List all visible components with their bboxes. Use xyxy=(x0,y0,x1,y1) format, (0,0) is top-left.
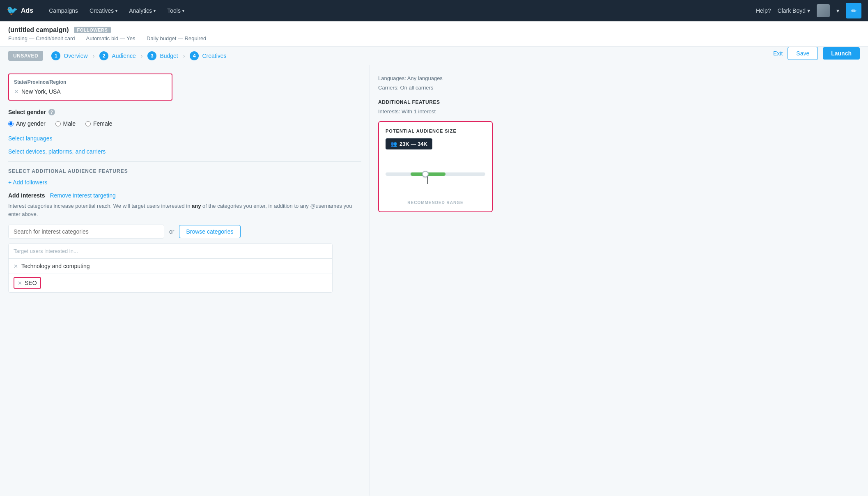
audience-slider-thumb[interactable] xyxy=(422,171,429,177)
tech-interest-label: Technology and computing xyxy=(21,263,90,269)
seo-tag: ✕ SEO xyxy=(14,277,41,289)
browse-categories-button[interactable]: Browse categories xyxy=(179,225,240,238)
campaign-badge: FOLLOWERS xyxy=(74,27,111,33)
additional-features-heading: SELECT ADDITIONAL AUDIENCE FEATURES xyxy=(8,168,361,174)
seo-remove-icon[interactable]: ✕ xyxy=(18,280,22,286)
top-nav: 🐦 Ads Campaigns Creatives ▾ Analytics ▾ … xyxy=(0,0,868,21)
analytics-chevron-icon: ▾ xyxy=(154,9,156,13)
audience-range: 23K — 34K xyxy=(400,141,427,147)
step-1-label: Overview xyxy=(64,53,87,59)
gender-radio-group: Any gender Male Female xyxy=(8,120,361,127)
audience-size-title: POTENTIAL AUDIENCE SIZE xyxy=(386,129,485,133)
step-chevron-1: › xyxy=(93,53,95,59)
list-item: ✕ SEO xyxy=(9,274,332,292)
gender-help-icon[interactable]: ? xyxy=(48,109,55,115)
select-languages-button[interactable]: Select languages xyxy=(8,135,52,142)
step-chevron-2: › xyxy=(141,53,143,59)
creatives-chevron-icon: ▾ xyxy=(115,9,117,13)
step-1-num: 1 xyxy=(51,51,60,60)
gender-section: Select gender ? Any gender Male Female xyxy=(8,109,361,127)
remove-targeting-link[interactable]: Remove interest targeting xyxy=(50,192,115,199)
interests-any-bold: any xyxy=(192,203,201,209)
or-label: or xyxy=(169,228,174,235)
step-overview[interactable]: 1 Overview xyxy=(51,51,87,60)
step-2-num: 2 xyxy=(99,51,108,60)
sidebar-interests: Interests: With 1 interest xyxy=(378,108,493,115)
save-button[interactable]: Save xyxy=(788,47,818,60)
seo-label: SEO xyxy=(25,280,37,286)
campaign-header: (untitled campaign) FOLLOWERS Funding — … xyxy=(0,21,868,47)
add-interests-row: Add interests Remove interest targeting xyxy=(8,192,361,199)
brand-logo[interactable]: 🐦 Ads xyxy=(7,5,33,16)
gender-female-radio[interactable] xyxy=(85,121,91,126)
search-interest-input[interactable] xyxy=(8,225,164,239)
help-link[interactable]: Help? xyxy=(756,7,771,14)
location-box: State/Province/Region ✕ New York, USA xyxy=(8,73,172,101)
meta-funding: Funding — Credit/debit card xyxy=(8,35,75,41)
recommended-label: RECOMMENDED RANGE xyxy=(386,200,485,205)
dropdown-chevron-icon[interactable]: ▾ xyxy=(836,7,839,14)
nav-campaigns[interactable]: Campaigns xyxy=(43,0,84,21)
user-menu[interactable]: Clark Boyd ▾ xyxy=(778,7,810,14)
people-icon: 👥 xyxy=(390,141,397,147)
steps-nav: UNSAVED 1 Overview › 2 Audience › 3 Budg… xyxy=(0,47,868,65)
sidebar-additional-title: ADDITIONAL FEATURES xyxy=(378,99,493,105)
gender-any-radio[interactable] xyxy=(8,121,14,126)
meta-bid: Automatic bid — Yes xyxy=(86,35,135,41)
campaign-meta: Funding — Credit/debit card Automatic bi… xyxy=(8,35,860,41)
location-remove-icon[interactable]: ✕ xyxy=(14,88,19,95)
step-budget[interactable]: 3 Budget xyxy=(147,51,178,60)
add-interests-label: Add interests xyxy=(8,192,45,199)
search-row: or Browse categories xyxy=(8,225,361,239)
gender-any-option[interactable]: Any gender xyxy=(8,120,46,127)
sidebar-carriers: Carriers: On all carriers xyxy=(378,83,493,92)
meta-budget: Daily budget — Required xyxy=(147,35,206,41)
step-creatives[interactable]: 4 Creatives xyxy=(190,51,226,60)
nav-items: Campaigns Creatives ▾ Analytics ▾ Tools … xyxy=(43,0,756,21)
select-devices-button[interactable]: Select devices, platforms, and carriers xyxy=(8,148,106,155)
sidebar: Languages: Any languages Carriers: On al… xyxy=(370,65,501,496)
interests-desc: Interest categories increase potential r… xyxy=(8,202,361,218)
brand-label: Ads xyxy=(21,7,33,14)
gender-any-label: Any gender xyxy=(16,120,46,127)
location-value: New York, USA xyxy=(21,88,61,95)
gender-title: Select gender ? xyxy=(8,109,361,115)
step-3-label: Budget xyxy=(160,53,178,59)
tools-chevron-icon: ▾ xyxy=(182,9,184,13)
audience-slider-container xyxy=(386,153,485,197)
nav-analytics[interactable]: Analytics ▾ xyxy=(123,0,161,21)
main-content: State/Province/Region ✕ New York, USA Se… xyxy=(0,65,370,496)
campaign-title: (untitled campaign) xyxy=(8,26,69,34)
nav-tools[interactable]: Tools ▾ xyxy=(161,0,190,21)
location-tag: ✕ New York, USA xyxy=(14,88,61,95)
step-4-num: 4 xyxy=(190,51,199,60)
gender-female-option[interactable]: Female xyxy=(85,120,113,127)
location-label: State/Province/Region xyxy=(14,79,167,85)
sidebar-info: Languages: Any languages Carriers: On al… xyxy=(378,73,493,93)
compose-button[interactable]: ✏ xyxy=(846,3,861,18)
audience-size-badge: 👥 23K — 34K xyxy=(386,138,432,149)
divider xyxy=(8,161,361,162)
main-layout: State/Province/Region ✕ New York, USA Se… xyxy=(0,65,868,496)
nav-creatives[interactable]: Creatives ▾ xyxy=(84,0,123,21)
step-2-label: Audience xyxy=(112,53,135,59)
gender-male-option[interactable]: Male xyxy=(55,120,76,127)
exit-button[interactable]: Exit xyxy=(773,50,783,57)
gender-male-radio[interactable] xyxy=(55,121,61,126)
step-audience[interactable]: 2 Audience xyxy=(99,51,135,60)
launch-button[interactable]: Launch xyxy=(823,47,860,60)
unsaved-badge: UNSAVED xyxy=(8,51,43,61)
audience-size-box: POTENTIAL AUDIENCE SIZE 👥 23K — 34K RECO… xyxy=(378,121,493,212)
tech-remove-icon[interactable]: ✕ xyxy=(14,263,18,269)
header-actions: Exit Save Launch xyxy=(773,47,860,60)
avatar[interactable] xyxy=(817,4,830,17)
audience-slider-track[interactable] xyxy=(386,172,485,176)
interests-box-header: Target users interested in... xyxy=(9,244,332,259)
user-chevron-icon: ▾ xyxy=(807,7,810,14)
interests-box: Target users interested in... ✕ Technolo… xyxy=(8,243,333,293)
nav-right: Help? Clark Boyd ▾ ▾ ✏ xyxy=(756,3,861,18)
campaign-title-row: (untitled campaign) FOLLOWERS xyxy=(8,26,860,34)
gender-female-label: Female xyxy=(93,120,113,127)
list-item: ✕ Technology and computing xyxy=(9,259,332,274)
add-followers-button[interactable]: + Add followers xyxy=(8,179,47,186)
